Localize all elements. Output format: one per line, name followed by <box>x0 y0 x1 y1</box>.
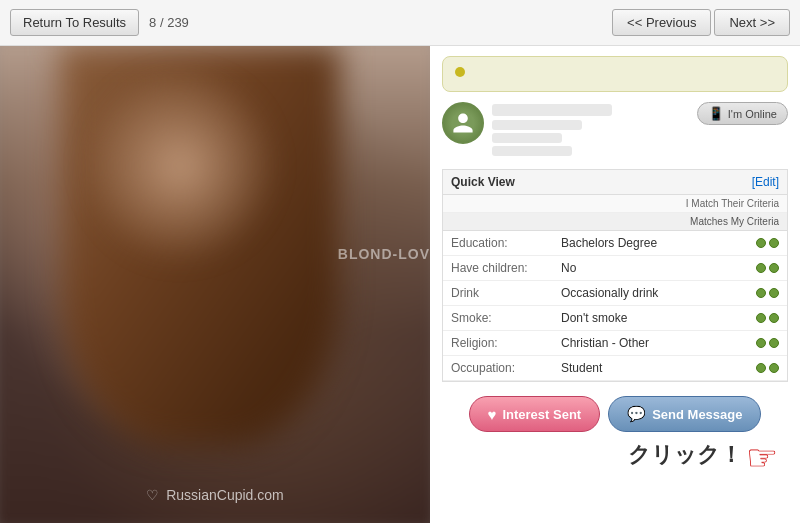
row-label: Smoke: <box>443 306 553 331</box>
phone-icon: 📱 <box>708 106 724 121</box>
click-annotation: クリック！ ☞ <box>442 440 788 476</box>
row-dots <box>747 331 787 356</box>
interest-label: Interest Sent <box>502 407 581 422</box>
return-button[interactable]: Return To Results <box>10 9 139 36</box>
profile-detail-1 <box>492 120 582 130</box>
row-dots <box>747 231 787 256</box>
match-dot-2 <box>769 263 779 273</box>
match-dot-1 <box>756 238 766 248</box>
table-row: Have children: No <box>443 256 787 281</box>
online-label: I'm Online <box>728 108 777 120</box>
match-dot-2 <box>769 363 779 373</box>
edit-link[interactable]: [Edit] <box>752 175 779 189</box>
chat-icon: 💬 <box>627 405 646 423</box>
row-dots <box>747 256 787 281</box>
matches-my-criteria-label: Matches My Criteria <box>690 216 779 227</box>
row-label: Drink <box>443 281 553 306</box>
quick-view-section: Quick View [Edit] I Match Their Criteria… <box>442 169 788 382</box>
row-value: Student <box>553 356 747 381</box>
row-label: Religion: <box>443 331 553 356</box>
profile-detail-2 <box>492 133 562 143</box>
previous-button[interactable]: << Previous <box>612 9 711 36</box>
match-dot-1 <box>756 338 766 348</box>
watermark-heart: ♡ <box>146 487 159 503</box>
match-dot-1 <box>756 288 766 298</box>
message-label: Send Message <box>652 407 742 422</box>
row-dots <box>747 356 787 381</box>
info-panel: 📱 I'm Online Quick View [Edit] I Match T… <box>430 46 800 523</box>
table-row: Smoke: Don't smoke <box>443 306 787 331</box>
bubble-dot <box>455 67 465 77</box>
send-message-button[interactable]: 💬 Send Message <box>608 396 761 432</box>
quick-view-table: Education: Bachelors Degree Have childre… <box>443 231 787 381</box>
quick-view-title: Quick View <box>451 175 515 189</box>
match-dot-2 <box>769 313 779 323</box>
heart-icon: ♥ <box>488 406 497 423</box>
profile-text-rows <box>492 104 689 156</box>
top-bar: Return To Results 8 / 239 << Previous Ne… <box>0 0 800 46</box>
action-buttons: ♥ Interest Sent 💬 Send Message <box>442 396 788 432</box>
top-bar-left: Return To Results 8 / 239 <box>10 9 189 36</box>
match-dot-1 <box>756 263 766 273</box>
row-dots <box>747 306 787 331</box>
match-dot-2 <box>769 288 779 298</box>
interest-sent-button[interactable]: ♥ Interest Sent <box>469 396 601 432</box>
main-content: BLOND-LOV ♡ RussianCupid.com <box>0 46 800 523</box>
profile-info <box>492 102 689 159</box>
row-value: Occasionally drink <box>553 281 747 306</box>
table-row: Drink Occasionally drink <box>443 281 787 306</box>
table-row: Religion: Christian - Other <box>443 331 787 356</box>
profile-header: 📱 I'm Online <box>442 102 788 159</box>
page-counter: 8 / 239 <box>149 15 189 30</box>
row-dots <box>747 281 787 306</box>
online-badge: 📱 I'm Online <box>697 102 788 125</box>
table-row: Occupation: Student <box>443 356 787 381</box>
match-dot-1 <box>756 363 766 373</box>
cursor-icon: ☞ <box>746 440 778 476</box>
photo-panel: BLOND-LOV ♡ RussianCupid.com <box>0 46 430 523</box>
row-value: Bachelors Degree <box>553 231 747 256</box>
quick-view-header: Quick View [Edit] <box>443 170 787 195</box>
nav-buttons: << Previous Next >> <box>609 9 790 36</box>
message-bubble <box>442 56 788 92</box>
row-value: Don't smoke <box>553 306 747 331</box>
match-dot-2 <box>769 238 779 248</box>
match-dot-2 <box>769 338 779 348</box>
row-label: Occupation: <box>443 356 553 381</box>
next-button[interactable]: Next >> <box>714 9 790 36</box>
profile-name-placeholder <box>492 104 612 116</box>
row-value: No <box>553 256 747 281</box>
table-row: Education: Bachelors Degree <box>443 231 787 256</box>
match-dot-1 <box>756 313 766 323</box>
row-label: Education: <box>443 231 553 256</box>
blond-label: BLOND-LOV <box>338 246 430 262</box>
photo-face-layer <box>80 66 280 266</box>
criteria-header-label: I Match Their Criteria <box>686 198 779 209</box>
avatar <box>442 102 484 144</box>
click-text: クリック！ <box>628 440 742 470</box>
profile-detail-3 <box>492 146 572 156</box>
watermark-site: RussianCupid.com <box>166 487 284 503</box>
avatar-icon <box>451 111 475 135</box>
watermark: ♡ RussianCupid.com <box>146 487 283 503</box>
row-label: Have children: <box>443 256 553 281</box>
row-value: Christian - Other <box>553 331 747 356</box>
